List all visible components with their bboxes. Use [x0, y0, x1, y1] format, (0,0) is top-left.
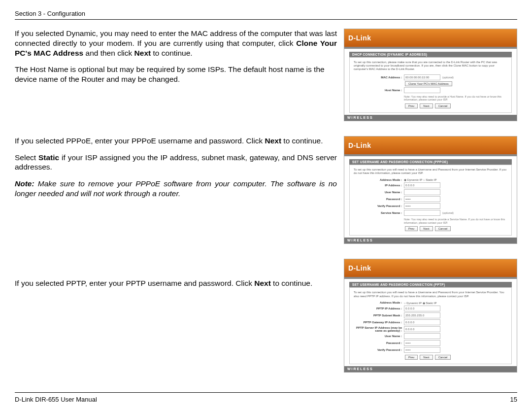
user-field[interactable]	[404, 333, 440, 339]
pass-label: Password :	[354, 342, 402, 344]
svc-aux: (optional)	[442, 211, 454, 214]
next-button[interactable]: Next	[420, 355, 432, 360]
footer-left: D-Link DIR-655 User Manual	[15, 396, 97, 403]
mac-field[interactable]: 00:00:00:00:22:00	[404, 74, 440, 80]
srv-field[interactable]: 0.0.0.0	[404, 326, 440, 332]
srv-label: PPTP Server IP Address (may be same as g…	[354, 326, 402, 332]
mask-field[interactable]: 255.255.255.0	[404, 312, 440, 318]
cancel-button[interactable]: Cancel	[435, 355, 451, 360]
panel-note: Note: You may also need to provide a Hos…	[404, 95, 507, 102]
gw-label: PPTP Gateway IP Address :	[354, 321, 402, 324]
block2-note: Note: Make sure to remove your PPPoE sof…	[15, 179, 337, 199]
prev-button[interactable]: Prev	[405, 355, 418, 360]
panel-desc: To set up this connection you will need …	[354, 168, 507, 175]
section-header: Section 3 - Configuration	[15, 10, 517, 20]
pass-field[interactable]: •••••	[404, 340, 440, 346]
vpass-field[interactable]: •••••	[404, 203, 440, 209]
user-label: User Name :	[354, 335, 402, 338]
addr-mode-label: Address Mode :	[354, 301, 402, 304]
text: if your ISP assigned you the IP address,…	[15, 153, 337, 171]
panel-desc: To set up this connection, please make s…	[354, 61, 507, 71]
pass-field[interactable]: •••••	[404, 196, 440, 202]
screenshot-pppoe: D-Link SET USERNAME AND PASSWORD CONNECT…	[344, 136, 517, 244]
wireless-footer: WIRELESS	[344, 238, 517, 243]
next-button[interactable]: Next	[420, 103, 432, 108]
svc-field[interactable]	[404, 210, 440, 216]
addr-mode-label: Address Mode :	[354, 178, 402, 181]
text: to continue.	[271, 279, 312, 287]
text: Select	[15, 153, 38, 162]
brand-logo: D-Link	[348, 264, 371, 272]
svc-label: Service Name :	[354, 211, 402, 214]
bold-next: Next	[134, 49, 151, 57]
bold-next: Next	[265, 137, 281, 145]
user-label: User Name :	[354, 191, 402, 194]
footer-right: 15	[510, 396, 517, 403]
block1-p2: The Host Name is optional but may be req…	[15, 65, 337, 84]
user-field[interactable]	[404, 189, 440, 195]
panel-title: SET USERNAME AND PASSWORD CONNECTION (PP…	[349, 159, 512, 165]
mac-aux: (optional)	[442, 76, 454, 79]
screenshot-pptp: D-Link SET USERNAME AND PASSWORD CONNECT…	[344, 259, 517, 372]
panel-title: DHCP CONNECTION (DYNAMIC IP ADDRESS)	[349, 52, 512, 57]
block2-p2: Select Static if your ISP assigned you t…	[15, 153, 337, 172]
panel-desc: To set up this connection you will need …	[354, 291, 507, 298]
wireless-footer: WIRELESS	[344, 115, 517, 121]
pptp-ip-label: PPTP IP Address :	[354, 307, 402, 310]
text: and then click	[83, 49, 134, 57]
brand-logo: D-Link	[348, 34, 371, 42]
panel-note: Note: You may also need to provide a Ser…	[404, 218, 507, 224]
pass-label: Password :	[354, 198, 402, 201]
block1-p1: If you selected Dynamic, you may need to…	[15, 29, 337, 58]
addr-mode-radios[interactable]: ○ Dynamic IP ◉ Static IP	[404, 301, 437, 305]
vpass-field[interactable]: •••••	[404, 347, 440, 353]
vpass-label: Verify Password :	[354, 205, 402, 207]
text: to continue.	[151, 49, 192, 57]
text: to continue.	[281, 137, 323, 145]
brand-header: D-Link	[344, 29, 517, 47]
next-button[interactable]: Next	[420, 226, 432, 231]
vpass-label: Verify Password :	[354, 348, 402, 351]
prev-button[interactable]: Prev	[405, 103, 418, 108]
text: If you selected PPPoE, enter your PPPoE …	[15, 137, 265, 145]
clone-mac-button[interactable]: Clone Your PC's MAC Address	[405, 81, 452, 86]
gw-field[interactable]: 0.0.0.0	[404, 319, 440, 325]
wireless-footer: WIRELESS	[344, 366, 517, 372]
brand-header: D-Link	[344, 137, 517, 154]
panel-title: SET USERNAME AND PASSWORD CONNECTION (PP…	[349, 282, 512, 287]
screenshot-dhcp: D-Link DHCP CONNECTION (DYNAMIC IP ADDRE…	[344, 29, 517, 121]
host-label: Host Name :	[354, 89, 402, 92]
text: If you selected Dynamic, you may need to…	[15, 29, 337, 47]
ip-label: IP Address :	[354, 184, 402, 187]
prev-button[interactable]: Prev	[405, 226, 418, 231]
pptp-ip-field[interactable]: 0.0.0.0	[404, 306, 440, 311]
block3-p1: If you selected PPTP, enter your PPTP us…	[15, 278, 337, 288]
ip-field[interactable]: 0.0.0.0	[404, 182, 440, 188]
note-bold: Note:	[15, 179, 34, 188]
brand-logo: D-Link	[348, 141, 371, 149]
cancel-button[interactable]: Cancel	[435, 226, 451, 231]
host-field[interactable]	[404, 87, 440, 93]
bold-next: Next	[254, 279, 271, 287]
brand-header: D-Link	[344, 259, 517, 277]
mask-label: PPTP Subnet Mask :	[354, 314, 402, 317]
page-footer: D-Link DIR-655 User Manual 15	[15, 392, 517, 403]
mac-label: MAC Address :	[354, 76, 402, 79]
note-text: Make sure to remove your PPPoE software …	[15, 179, 337, 198]
text: If you selected PPTP, enter your PPTP us…	[15, 279, 254, 287]
bold-static: Static	[38, 153, 59, 162]
addr-mode-radios[interactable]: ◉ Dynamic IP ○ Static IP	[404, 178, 437, 181]
cancel-button[interactable]: Cancel	[435, 103, 451, 108]
block2-p1: If you selected PPPoE, enter your PPPoE …	[15, 136, 337, 146]
